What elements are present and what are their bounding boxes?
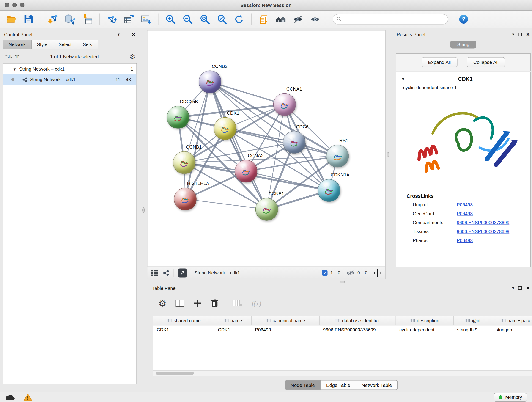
network-collection-row[interactable]: ▼ String Network – cdk1 1 [3,64,137,75]
zoom-fit-button[interactable] [197,12,213,26]
network-node-hist1h1a[interactable]: HIST1H1A [174,188,196,211]
table-horizontal-scrollbar[interactable] [153,370,532,376]
float-panel-icon[interactable] [518,287,522,290]
expand-all-networks-icon[interactable]: ∊⇊ [4,53,12,60]
selected-checkbox-icon[interactable] [322,270,328,275]
column-header-canonical-name[interactable]: canonical name [252,316,320,325]
network-node-cdk1[interactable]: CDK1 [214,117,236,140]
cell-name[interactable]: CDK1 [215,326,252,335]
collapse-panel-icon[interactable]: ▾ [512,286,514,291]
crosslink-link-compartments-[interactable]: 9606.ENSP00000378699 [457,220,530,225]
close-window-icon[interactable] [5,3,9,7]
splitter-handle[interactable] [340,281,345,283]
network-node-ccna2[interactable]: CCNA2 [235,160,258,183]
cell--id[interactable]: stringdb:9... [454,326,492,335]
splitter-handle[interactable] [387,152,389,157]
collapse-all-networks-icon[interactable]: ⇈ [15,53,19,60]
grid-view-icon[interactable] [151,269,158,277]
tab-style[interactable]: Style [31,40,53,49]
network-node-cdc25b[interactable]: CDC25B [167,106,190,128]
column-header-namespace[interactable]: namespace [492,316,532,325]
collapse-all-button[interactable]: Collapse All [467,57,505,67]
network-edge[interactable] [210,82,285,104]
memory-button[interactable]: Memory [494,393,527,402]
tab-network-table[interactable]: Network Table [355,380,398,390]
delete-column-trash-icon[interactable] [211,299,219,307]
cell-canonical-name[interactable]: P06493 [252,326,320,335]
tab-sets[interactable]: Sets [77,40,98,49]
collapse-panel-icon[interactable]: ▾ [512,32,514,37]
zoom-selected-button[interactable] [214,12,230,26]
export-table-button[interactable] [121,12,137,26]
column-header-shared-name[interactable]: shared name [153,316,215,325]
crosslink-link-uniprot-[interactable]: P06493 [457,202,530,207]
collapse-section-icon[interactable]: ▼ [401,77,405,82]
export-network-button[interactable] [104,12,120,26]
network-node-ccnb2[interactable]: CCNB2 [199,70,221,93]
tab-network[interactable]: Network [3,40,32,49]
open-session-button[interactable] [3,12,19,26]
hidden-eye-icon[interactable] [346,270,355,276]
apply-layout-button[interactable] [231,12,247,26]
pan-crosshair-icon[interactable] [374,269,382,277]
zoom-out-button[interactable] [180,12,196,26]
float-panel-icon[interactable] [518,33,522,36]
network-node-cdc6[interactable]: CDC6 [283,131,306,154]
manage-styles-button[interactable] [256,12,272,26]
expand-all-button[interactable]: Expand All [422,57,457,67]
column-header--id[interactable]: @id [454,316,492,325]
tree-expand-icon[interactable]: ▼ [13,67,17,71]
collapse-panel-icon[interactable]: ▾ [118,32,120,37]
warning-icon[interactable] [23,393,32,401]
show-details-button[interactable] [307,12,323,26]
table-row[interactable]: CDK1CDK1P064939606.ENSP00000378699cyclin… [153,326,532,335]
splitter-handle[interactable] [142,207,145,213]
network-row-selected[interactable]: String Network – cdk1 11 48 [3,74,137,85]
birdseye-view-button[interactable] [178,268,187,277]
network-edge[interactable] [185,199,267,210]
table-settings-gear-icon[interactable]: ⚙ [158,298,167,309]
scrollbar-thumb[interactable] [156,372,194,375]
tab-string[interactable]: String [450,41,476,49]
export-image-button[interactable] [138,12,154,26]
search-input[interactable] [344,17,444,22]
network-node-ccnb1[interactable]: CCNB1 [173,151,196,174]
crosslink-link-genecard-[interactable]: P06493 [457,211,530,216]
column-header-name[interactable]: name [215,316,252,325]
zoom-in-button[interactable] [163,12,178,26]
maximize-window-icon[interactable] [20,3,25,7]
save-session-button[interactable] [21,12,36,26]
network-node-ccna1[interactable]: CCNA1 [273,93,296,116]
close-panel-icon[interactable]: ✕ [526,285,530,291]
cloud-status-icon[interactable] [5,394,15,401]
show-columns-icon[interactable] [175,299,185,307]
protein-header[interactable]: ▼ CDK1 [396,72,530,84]
import-table-button[interactable] [80,12,95,26]
network-edge[interactable] [210,82,267,210]
float-panel-icon[interactable] [124,33,127,36]
cell-database-identifier[interactable]: 9606.ENSP00000378699 [320,326,396,335]
cell-description[interactable]: cyclin-dependent ... [396,326,454,335]
tab-select[interactable]: Select [53,40,77,49]
column-header-database-identifier[interactable]: database identifier [320,316,396,325]
crosslink-link-tissues-[interactable]: 9606.ENSP00000378699 [457,229,530,234]
network-node-ccne1[interactable]: CCNE1 [255,198,278,221]
cell-namespace[interactable]: stringdb [492,326,532,335]
cell-shared-name[interactable]: CDK1 [153,326,215,335]
crosslink-link-pharos-[interactable]: P06493 [457,238,530,243]
home-button[interactable] [273,12,289,26]
close-panel-icon[interactable]: ✕ [526,32,530,37]
network-options-gear-icon[interactable]: ⚙ [129,53,135,61]
help-button[interactable]: ? [456,12,472,26]
network-canvas[interactable]: CCNB2CCNA1CDC25BCDK1CDC6RB1CCNB1CCNA2CDK… [147,31,386,267]
minimize-window-icon[interactable] [12,3,17,7]
import-network-database-button[interactable] [62,12,78,26]
close-panel-icon[interactable]: ✕ [131,32,135,37]
tab-node-table[interactable]: Node Table [285,380,321,390]
add-column-icon[interactable] [194,299,202,307]
network-node-cdkn1a[interactable]: CDKN1A [317,179,340,202]
network-node-rb1[interactable]: RB1 [326,145,349,167]
hide-details-button[interactable] [290,12,306,26]
column-header-description[interactable]: description [396,316,454,325]
network-glyph-icon[interactable] [163,269,170,276]
